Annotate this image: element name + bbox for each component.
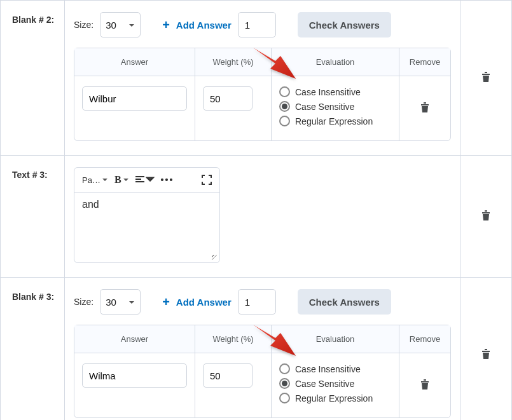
delete-row-button[interactable] (481, 210, 491, 223)
chevron-down-icon (128, 297, 135, 308)
header-evaluation: Evaluation (272, 325, 399, 353)
header-weight: Weight (%) (195, 325, 272, 353)
add-answer-button[interactable]: Add Answer (176, 20, 232, 30)
rich-text-editor: Pa… B ••• (74, 167, 220, 263)
row-label: Text # 3: (1, 156, 64, 277)
plus-icon: + (162, 295, 170, 309)
answer-row: Case Insensitive Case Sensitive Regular … (74, 76, 450, 140)
blank-2-row: Blank # 2: Size: 30 + Add Answer Check A… (1, 0, 511, 155)
bold-icon: B (114, 174, 121, 186)
rte-textarea[interactable]: and (74, 193, 219, 262)
row-label: Blank # 2: (1, 1, 64, 155)
radio-regex[interactable] (279, 393, 290, 403)
size-label: Size: (74, 20, 93, 30)
row-label: Blank # 3: (1, 278, 64, 420)
header-answer: Answer (74, 325, 195, 353)
blank-toolbar: Size: 30 + Add Answer Check Answers (74, 289, 451, 315)
radio-case-insensitive[interactable] (279, 86, 290, 97)
answers-table: Answer Weight (%) Evaluation Remove (74, 48, 451, 141)
chevron-down-icon (123, 175, 129, 185)
blank-3-row: Blank # 3: Size: 30 + Add Answer Check A… (1, 277, 511, 420)
check-answers-button[interactable]: Check Answers (298, 12, 391, 37)
header-weight: Weight (%) (195, 48, 272, 76)
radio-label: Case Sensitive (295, 379, 354, 389)
answer-row: Case Insensitive Case Sensitive Regular … (74, 353, 450, 417)
radio-label: Case Sensitive (295, 102, 354, 112)
size-select[interactable]: 30 (100, 12, 141, 37)
remove-answer-button[interactable] (420, 379, 430, 392)
answer-count-input[interactable] (238, 289, 276, 315)
radio-label: Regular Expression (295, 116, 373, 126)
row-content: Pa… B ••• (64, 156, 460, 277)
resize-handle[interactable] (211, 254, 218, 261)
weight-input[interactable] (203, 363, 253, 388)
add-answer-button[interactable]: Add Answer (176, 297, 232, 308)
size-value: 30 (106, 20, 116, 30)
header-remove: Remove (399, 48, 450, 76)
size-select[interactable]: 30 (100, 289, 141, 315)
chevron-down-icon (146, 175, 155, 185)
text-3-row: Text # 3: Pa… B ••• (1, 155, 511, 277)
question-builder-table: Blank # 2: Size: 30 + Add Answer Check A… (0, 0, 512, 420)
answer-count-input[interactable] (238, 12, 276, 37)
radio-case-sensitive[interactable] (279, 101, 290, 112)
size-label: Size: (74, 297, 93, 307)
delete-row-button[interactable] (481, 71, 491, 85)
answers-table: Answer Weight (%) Evaluation Remove (74, 325, 451, 418)
answers-header: Answer Weight (%) Evaluation Remove (74, 48, 450, 76)
header-answer: Answer (74, 48, 195, 76)
rte-toolbar: Pa… B ••• (74, 168, 219, 193)
answers-header: Answer Weight (%) Evaluation Remove (74, 325, 450, 353)
header-evaluation: Evaluation (272, 48, 399, 76)
radio-label: Regular Expression (295, 393, 373, 403)
size-value: 30 (106, 297, 116, 308)
row-content: Size: 30 + Add Answer Check Answers Answ… (64, 1, 460, 155)
header-remove: Remove (399, 325, 450, 353)
radio-label: Case Insensitive (295, 364, 361, 374)
radio-case-insensitive[interactable] (279, 363, 290, 374)
rte-bold-button[interactable]: B (113, 173, 130, 187)
radio-regex[interactable] (279, 116, 290, 126)
blank-toolbar: Size: 30 + Add Answer Check Answers (74, 12, 451, 37)
rte-paragraph-label: Pa… (82, 175, 100, 185)
rte-align-button[interactable] (134, 173, 156, 186)
answer-text-input[interactable] (82, 86, 187, 111)
chevron-down-icon (128, 20, 135, 30)
remove-answer-button[interactable] (420, 102, 430, 115)
row-content: Size: 30 + Add Answer Check Answers Answ… (64, 278, 460, 420)
check-answers-button[interactable]: Check Answers (298, 289, 391, 315)
rte-paragraph-select[interactable]: Pa… (81, 174, 109, 186)
weight-input[interactable] (203, 86, 253, 111)
plus-icon: + (162, 18, 170, 32)
radio-case-sensitive[interactable] (279, 378, 290, 389)
delete-row-button[interactable] (481, 348, 491, 362)
rte-more-button[interactable]: ••• (160, 173, 176, 186)
rte-fullscreen-button[interactable] (200, 173, 213, 186)
chevron-down-icon (102, 175, 108, 185)
answer-text-input[interactable] (82, 363, 187, 388)
radio-label: Case Insensitive (295, 87, 361, 97)
rte-text: and (82, 199, 99, 210)
